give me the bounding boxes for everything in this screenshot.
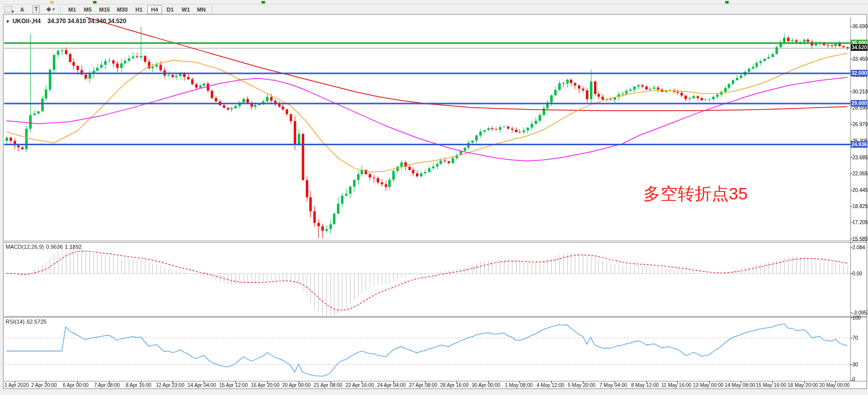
toolbar-separator [212, 6, 213, 14]
date-label: 15 Apr 12:00 [219, 382, 248, 388]
price-tick-label: 30.210 [852, 89, 868, 94]
macd-signal-value: 1.1892 [65, 244, 82, 250]
text-tool-button[interactable]: A [15, 5, 29, 14]
price-tick-label: 23.685 [852, 155, 868, 160]
chart-symbol-title: ▼UKOil-,H4 34.370 34.610 34.340 34.520 [6, 18, 128, 25]
date-label: 11 May 16:00 [661, 382, 691, 388]
clipped-icon [50, 1, 54, 4]
letter-a-icon: A [20, 7, 24, 13]
date-label: 6 Apr 00:00 [63, 382, 89, 388]
dotted-grid-icon: F [5, 6, 12, 13]
price-tick-label: 33.450 [852, 56, 868, 62]
date-label: 7 May 04:00 [599, 382, 627, 388]
rsi-axis-label: 100 [852, 315, 861, 321]
price-tick-label: 18.825 [852, 204, 868, 209]
timeframe-button-w1[interactable]: W1 [179, 5, 193, 14]
mt4-application: F A T ❖ ▾ M1M5M15M30H1H4D1W1MN ▼UKOil-,H… [0, 0, 868, 395]
timeframe-button-group: M1M5M15M30H1H4D1W1MN [64, 5, 209, 14]
date-label: 15 May 16:00 [756, 382, 787, 388]
date-label: 21 Apr 08:00 [314, 382, 342, 388]
date-label: 13 May 00:00 [693, 382, 724, 388]
macd-axis-label: 2.084 [852, 245, 865, 250]
symbol-dropdown-icon[interactable]: ▼ [6, 19, 10, 24]
date-label: 24 Apr 04:00 [377, 382, 406, 388]
timeframe-button-m1[interactable]: M1 [65, 5, 79, 14]
macd-axis-label: 0.00 [852, 271, 862, 276]
date-label: 18 May 20:00 [788, 382, 818, 388]
date-label: 14 Apr 04:00 [188, 382, 216, 388]
date-label: 20 Apr 00:00 [282, 382, 311, 388]
rsi-axis-label: 30 [852, 362, 858, 367]
rsi-indicator-label: RSI(14)62.5725 [6, 319, 49, 325]
timeframe-button-h1[interactable]: H1 [132, 5, 146, 14]
date-label: 4 May 12:00 [537, 382, 564, 388]
symbol-name: UKOil-,H4 [13, 18, 41, 25]
date-label: 28 Apr 16:00 [440, 382, 469, 388]
date-label: 20 May 00:00 [819, 382, 850, 388]
clipped-upper-toolbar [0, 0, 868, 5]
date-label: 1 Apr 2020 [5, 382, 29, 388]
timeframe-button-m15[interactable]: M15 [96, 5, 113, 14]
date-label: 1 May 08:00 [505, 382, 533, 388]
chart-toolbar: F A T ❖ ▾ M1M5M15M30H1H4D1W1MN [0, 5, 868, 14]
clipped-icon [725, 1, 729, 4]
timeframe-button-h4[interactable]: H4 [147, 5, 162, 14]
rsi-axis-label: 0 [852, 376, 855, 382]
arrows-icon: ❖ [46, 6, 52, 13]
date-label: 16 Apr 20:00 [251, 382, 280, 388]
price-tick-label: 36.690 [852, 24, 868, 29]
rsi-value: 62.5725 [27, 319, 47, 325]
price-tick-label: 26.970 [852, 122, 868, 127]
macd-indicator-label: MACD(12,26,9)0.96361.1892 [6, 244, 84, 250]
date-label: 2 Apr 20:00 [31, 382, 57, 388]
date-label: 22 Apr 16:00 [345, 382, 374, 388]
letter-t-dashed-icon: T [33, 6, 40, 13]
date-label: 7 Apr 08:00 [94, 382, 120, 388]
rsi-axis-label: 70 [852, 335, 858, 341]
date-label: 8 Apr 16:00 [126, 382, 151, 388]
timeframe-button-m30[interactable]: M30 [114, 5, 130, 14]
price-tick-label: 17.205 [852, 220, 868, 225]
price-tick-label: 20.445 [852, 187, 868, 193]
arrow-tools-button[interactable]: ❖ ▾ [43, 5, 57, 14]
timeframe-button-d1[interactable]: D1 [163, 5, 178, 14]
date-label: 8 May 12:00 [631, 382, 659, 388]
timeframe-button-mn[interactable]: MN [194, 5, 209, 14]
clipped-icon [93, 1, 97, 4]
price-badge: 24.936 [851, 141, 867, 148]
price-tick-label: 15.585 [852, 236, 868, 242]
price-tick-label: 22.065 [852, 171, 868, 176]
clipped-icon [262, 1, 265, 4]
ohlc-values: 34.370 34.610 34.340 34.520 [47, 18, 126, 25]
toolbar-separator [60, 6, 61, 14]
date-label: 30 Apr 00:00 [472, 382, 500, 388]
price-badge: 32.000 [851, 70, 867, 76]
chevron-down-icon[interactable]: ▾ [52, 7, 54, 12]
date-label: 14 May 08:00 [725, 382, 755, 388]
date-label: 27 Apr 08:00 [409, 382, 438, 388]
macd-value: 0.9636 [46, 244, 63, 250]
price-badge: 34.520 [851, 44, 867, 51]
date-label: 5 May 20:00 [568, 382, 595, 388]
date-label: 12 Apr 23:00 [156, 382, 185, 388]
grid-area-tool-button[interactable]: F [1, 5, 15, 14]
chart-window: ▼UKOil-,H4 34.370 34.610 34.340 34.520 M… [3, 14, 867, 389]
price-badge: 29.000 [851, 100, 867, 107]
timeframe-button-m5[interactable]: M5 [80, 5, 95, 14]
text-label-tool-button[interactable]: T [29, 5, 43, 14]
chart-text-annotation: 多空转折点35 [643, 182, 748, 206]
